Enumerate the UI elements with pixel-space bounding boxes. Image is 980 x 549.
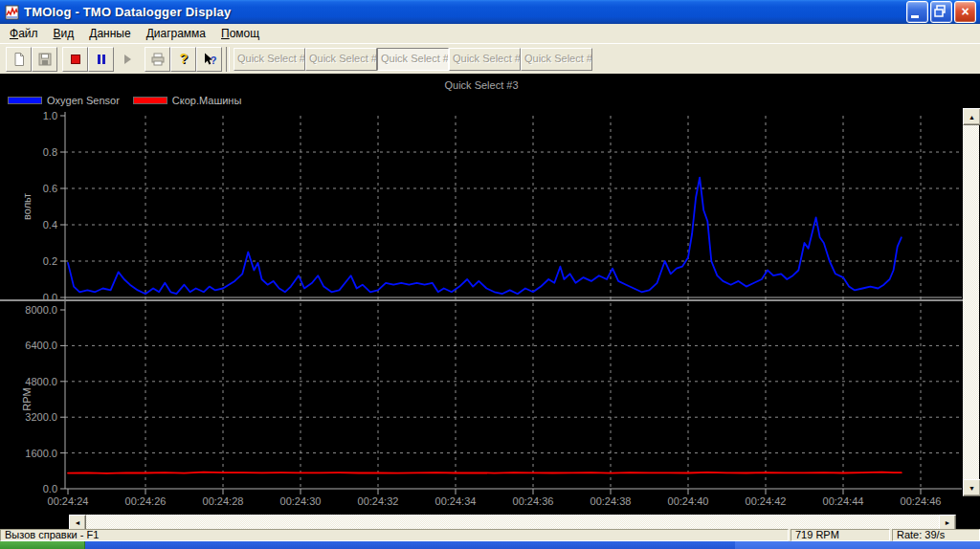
svg-text:0.0: 0.0 [43, 483, 57, 494]
svg-text:1.0: 1.0 [43, 110, 57, 121]
svg-text:00:24:30: 00:24:30 [280, 495, 322, 507]
legend-item-rpm: Скор.Машины [133, 95, 242, 106]
app-icon [5, 5, 20, 20]
scroll-up-button[interactable]: ▲ [963, 108, 980, 125]
quick-select-button-4[interactable]: Quick Select #4 [449, 48, 521, 71]
quick-select-button-1[interactable]: Quick Select #1 [234, 48, 305, 71]
start-button-fragment[interactable] [0, 541, 85, 549]
menu-item-4[interactable]: Помощ [213, 25, 267, 42]
quick-select-button-2[interactable]: Quick Select #2 [305, 48, 377, 71]
app-window: TMOlog - TMO Datalogger Display × ФайлВи… [0, 0, 980, 549]
machine-speed-label: Скор.Машины [172, 95, 242, 106]
toolbar: ? ? ? Quick Select #1Quick Select #2Quic… [0, 43, 980, 74]
context-help-icon: ? [202, 52, 217, 67]
svg-text:вольт: вольт [21, 193, 33, 220]
chart-legend: Oxygen Sensor Скор.Машины [8, 95, 255, 106]
status-help-text: Вызов справки - F1 [0, 529, 789, 541]
scroll-right-icon: ► [945, 519, 951, 526]
quick-select-button-3[interactable]: Quick Select #3 [377, 48, 449, 71]
pause-button[interactable] [88, 47, 114, 72]
status-rpm: 719 RPM [791, 529, 890, 541]
svg-text:00:24:32: 00:24:32 [358, 495, 399, 507]
status-rate: Rate: 39/s [892, 529, 980, 541]
oxygen-sensor-label: Oxygen Sensor [47, 95, 120, 106]
title-bar: TMOlog - TMO Datalogger Display × [0, 0, 980, 24]
save-icon [37, 52, 53, 67]
svg-text:00:24:24: 00:24:24 [48, 495, 89, 507]
svg-text:00:24:36: 00:24:36 [513, 495, 554, 507]
chart-title: Quick Select #3 [0, 79, 963, 91]
svg-text:RPM: RPM [21, 387, 33, 410]
quick-select-button-5[interactable]: Quick Select #5 [521, 48, 592, 71]
taskbar-segment-light [735, 541, 980, 549]
menu-bar: ФайлВидДанныеДиаграммаПомощ [0, 24, 980, 43]
svg-text:0.6: 0.6 [43, 183, 57, 194]
svg-text:0.0: 0.0 [43, 292, 57, 303]
print-button[interactable] [145, 47, 170, 72]
play-button[interactable] [114, 47, 140, 72]
svg-text:1600.0: 1600.0 [25, 448, 57, 459]
menu-item-1[interactable]: Вид [46, 25, 82, 42]
menu-item-0[interactable]: Файл [2, 25, 46, 42]
close-button[interactable]: × [954, 1, 976, 23]
svg-text:3200.0: 3200.0 [25, 411, 57, 423]
taskbar [0, 541, 980, 549]
menu-item-2[interactable]: Данные [81, 25, 138, 42]
scroll-down-button[interactable]: ▼ [963, 479, 980, 496]
toolbar-separator [226, 47, 230, 72]
scroll-down-icon: ▼ [969, 485, 975, 492]
svg-text:00:24:38: 00:24:38 [590, 495, 632, 507]
pause-icon [94, 52, 109, 67]
minimize-button[interactable] [906, 1, 928, 23]
oxygen-sensor-swatch [8, 97, 42, 104]
context-help-button[interactable]: ? [196, 47, 222, 72]
svg-text:0.2: 0.2 [43, 255, 57, 267]
close-icon: × [955, 2, 975, 22]
svg-text:00:24:28: 00:24:28 [203, 495, 244, 507]
svg-text:?: ? [210, 54, 216, 65]
svg-text:00:24:46: 00:24:46 [901, 495, 942, 507]
help-icon: ? ? [176, 52, 191, 67]
datalogger-chart: 00:24:2400:24:2600:24:2800:24:3000:24:32… [0, 74, 980, 529]
window-title: TMOlog - TMO Datalogger Display [24, 5, 231, 19]
quick-select-group: Quick Select #1Quick Select #2Quick Sele… [234, 48, 592, 71]
vertical-scrollbar-track[interactable] [963, 108, 979, 494]
new-button[interactable] [6, 47, 32, 72]
taskbar-segment [85, 541, 735, 549]
new-file-icon [11, 52, 27, 67]
svg-text:00:24:40: 00:24:40 [668, 495, 709, 507]
help-button[interactable]: ? ? [170, 47, 196, 72]
legend-item-oxygen: Oxygen Sensor [8, 95, 120, 106]
menu-item-3[interactable]: Диаграмма [139, 25, 213, 42]
svg-text:00:24:34: 00:24:34 [435, 495, 477, 507]
restore-button[interactable] [930, 1, 952, 23]
print-icon [150, 52, 166, 67]
svg-text:?: ? [179, 52, 188, 66]
svg-text:4800.0: 4800.0 [25, 376, 57, 387]
minimize-icon [911, 15, 919, 18]
status-bar: Вызов справки - F1 719 RPM Rate: 39/s [0, 529, 980, 541]
svg-text:0.8: 0.8 [43, 146, 57, 158]
svg-text:8000.0: 8000.0 [25, 304, 57, 316]
svg-text:00:24:42: 00:24:42 [746, 495, 787, 507]
stop-button[interactable] [62, 47, 88, 72]
chart-region: 00:24:2400:24:2600:24:2800:24:3000:24:32… [0, 74, 980, 529]
machine-speed-swatch [133, 97, 167, 104]
svg-text:6400.0: 6400.0 [25, 340, 57, 351]
horizontal-scrollbar-track[interactable] [84, 515, 939, 529]
scroll-left-icon: ◄ [75, 519, 81, 526]
restore-icon [931, 2, 949, 20]
play-icon [120, 52, 135, 67]
svg-text:0.4: 0.4 [43, 219, 57, 231]
save-button[interactable] [32, 47, 57, 72]
stop-icon [68, 52, 83, 67]
svg-text:00:24:44: 00:24:44 [823, 495, 864, 507]
scroll-up-icon: ▲ [969, 114, 975, 121]
svg-text:00:24:26: 00:24:26 [125, 495, 167, 507]
